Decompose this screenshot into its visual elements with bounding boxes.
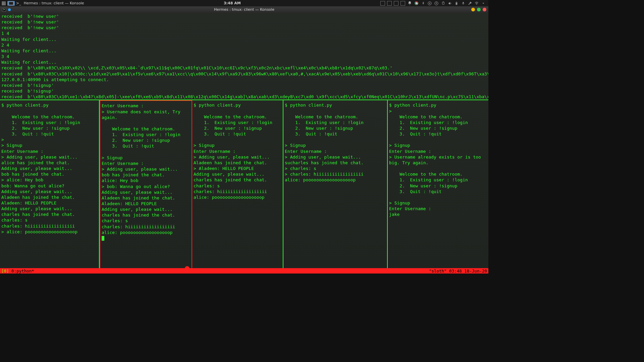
wrench-icon[interactable] [468,1,472,6]
svg-rect-17 [456,3,457,4]
tmux-pane-5[interactable]: $ python client.py > Welcome to the chat… [388,100,488,268]
workspace-indicator-icon[interactable] [380,1,385,6]
svg-point-8 [4,4,5,5]
pane-2-content: Enter Username : > Username does not exi… [102,103,183,235]
system-clock[interactable]: 3:48 AM [84,1,380,5]
wifi-icon[interactable] [474,1,479,6]
svg-rect-16 [456,2,457,2]
svg-point-2 [4,1,5,2]
taskbar-konsole-icon[interactable] [7,1,15,6]
minimize-button[interactable] [471,8,475,11]
pane-5-content: $ python client.py > Welcome to the chat… [389,103,484,217]
cursor-icon [102,236,104,241]
volume-icon[interactable] [447,1,452,6]
svg-point-19 [476,4,477,5]
apps-menu-icon[interactable] [1,1,6,6]
svg-point-5 [4,3,5,4]
battery-icon[interactable] [454,1,459,6]
server-output-pane[interactable]: received b'!new user' received b'!new us… [0,13,488,100]
tmux-status-right: "sloth" 03:48 18-Jun-20 [429,268,487,274]
notification-bell-icon[interactable] [407,1,412,6]
system-top-bar: ≻_ Hermes : tmux: client — Konsole 3:48 … [0,0,488,6]
pane-1-content: $ python client.py Welcome to the chatro… [1,103,80,234]
tmux-pane-1[interactable]: $ python client.py Welcome to the chatro… [0,100,100,268]
pane-3-content: $ python client.py Welcome to the chatro… [194,103,272,200]
close-button[interactable] [483,8,486,11]
konsole-app-icon [2,8,6,11]
maximize-button[interactable] [477,8,481,11]
chrome-icon[interactable] [414,1,419,6]
download-icon[interactable] [434,1,439,6]
window-controls [471,8,486,11]
mouse-cursor-icon [185,266,190,268]
window-title: Hermes : tmux: client — Konsole [0,7,488,12]
taskbar-konsole-prompt-icon: ≻_ [16,1,21,5]
svg-rect-14 [443,2,444,2]
terminal[interactable]: received b'!new user' received b'!new us… [0,13,488,268]
tmux-pane-2-active[interactable]: Enter Username : > Username does not exi… [100,100,192,268]
svg-point-0 [2,1,3,2]
pane-4-content: $ python client.py Welcome to the chatro… [285,103,364,182]
tmux-pane-row: $ python client.py Welcome to the chatro… [0,100,488,268]
tmux-session-name: [0] [1,268,11,274]
svg-rect-18 [463,2,464,4]
tmux-window-name: 0:python* [11,268,34,274]
workspace-indicator-icon[interactable] [400,1,405,6]
workspace-indicator-icon[interactable] [387,1,392,6]
clipboard-icon[interactable] [441,1,445,6]
workspace-indicator-icon[interactable] [394,1,398,6]
tmux-status-bar: [0] 0:python* "sloth" 03:48 18-Jun-20 [0,268,488,274]
svg-point-6 [2,4,3,5]
svg-point-3 [2,3,3,4]
chevron-down-icon[interactable] [481,1,486,6]
tmux-pane-4[interactable]: $ python client.py Welcome to the chatro… [283,100,388,268]
new-tab-icon[interactable] [8,8,11,11]
svg-point-1 [3,1,4,2]
svg-rect-13 [442,2,444,4]
tmux-pane-3[interactable]: $ python client.py Welcome to the chatro… [192,100,283,268]
bluetooth-icon[interactable] [421,1,425,6]
window-titlebar[interactable]: Hermes : tmux: client — Konsole [0,6,488,13]
media-play-icon[interactable] [427,1,432,6]
svg-point-4 [3,3,4,4]
taskbar-window-title[interactable]: Hermes : tmux: client — Konsole [24,1,84,5]
svg-point-7 [3,4,4,5]
microphone-icon[interactable] [461,1,466,6]
svg-point-10 [416,2,417,4]
